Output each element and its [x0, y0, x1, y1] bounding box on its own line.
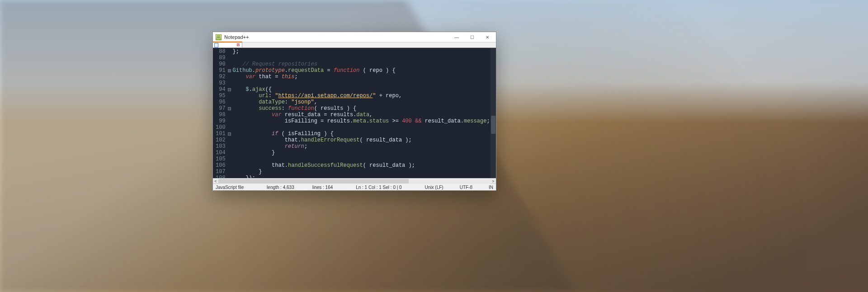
vertical-scrollbar-thumb[interactable]	[491, 116, 495, 134]
horizontal-scrollbar[interactable]: < >	[213, 178, 496, 184]
status-position: Ln : 1 Col : 1 Sel : 0 | 0	[356, 185, 402, 190]
file-tab[interactable]: ⊠	[213, 42, 242, 47]
status-lines: lines : 164	[312, 185, 333, 190]
window-title: Notepad++	[224, 34, 249, 40]
hscroll-thumb[interactable]	[218, 179, 409, 184]
tab-close-icon[interactable]: ⊠	[236, 43, 241, 47]
app-icon	[216, 34, 222, 40]
statusbar: JavaScript file length : 4,633 lines : 1…	[213, 184, 496, 190]
status-length: length : 4,633	[267, 185, 294, 190]
status-filetype: JavaScript file	[216, 185, 244, 190]
hscroll-right-arrow[interactable]: >	[491, 179, 496, 184]
status-eol: Unix (LF)	[425, 185, 443, 190]
maximize-button[interactable]: ☐	[464, 33, 480, 42]
fold-column[interactable]	[227, 48, 232, 178]
hscroll-track[interactable]	[218, 179, 491, 184]
tab-strip[interactable]: ⊠	[213, 42, 496, 48]
minimize-button[interactable]: —	[449, 33, 464, 42]
vertical-scrollbar[interactable]	[491, 48, 496, 178]
hscroll-left-arrow[interactable]: <	[213, 179, 218, 184]
status-encoding: UTF-8	[460, 185, 472, 190]
close-button[interactable]: ✕	[480, 33, 495, 42]
desktop-background: Notepad++ — ☐ ✕ ⊠ 8889909192939495969798…	[0, 0, 868, 292]
file-icon	[214, 43, 218, 47]
code-area[interactable]: }; // Request repositoriesGithub.prototy…	[232, 48, 496, 178]
notepadpp-window: Notepad++ — ☐ ✕ ⊠ 8889909192939495969798…	[212, 32, 496, 191]
code-editor[interactable]: 8889909192939495969798991001011021031041…	[213, 48, 496, 178]
titlebar[interactable]: Notepad++ — ☐ ✕	[213, 32, 496, 42]
line-number-gutter: 8889909192939495969798991001011021031041…	[213, 48, 227, 178]
status-insert-mode: IN	[489, 185, 493, 190]
